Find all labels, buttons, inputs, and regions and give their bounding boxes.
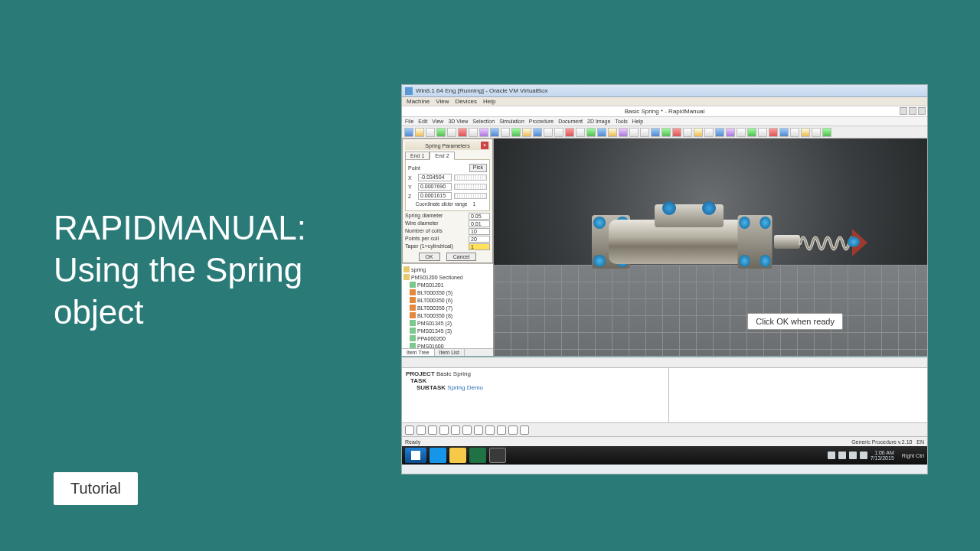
- tool-icon[interactable]: [436, 128, 446, 137]
- tool-icon[interactable]: [597, 128, 606, 137]
- windows-taskbar[interactable]: 1:06 AM7/13/2015 Right Ctrl: [402, 446, 927, 465]
- app-menubar[interactable]: File Edit View 3D View Selection Simulat…: [402, 117, 927, 126]
- tray-icon[interactable]: [849, 452, 857, 459]
- tool-icon[interactable]: [490, 128, 499, 137]
- loop-icon[interactable]: [485, 425, 495, 435]
- tool-icon[interactable]: [704, 128, 714, 137]
- tool-icon[interactable]: [608, 128, 617, 137]
- tree-item[interactable]: PMS01201: [417, 282, 444, 288]
- taskbar-app-icon[interactable]: [489, 448, 506, 463]
- tool-icon[interactable]: [779, 128, 789, 137]
- tool-icon[interactable]: [651, 128, 660, 137]
- tool-icon[interactable]: [426, 128, 435, 137]
- tree-item[interactable]: PMS01200 Sectioned: [411, 275, 463, 280]
- menu-view[interactable]: View: [432, 119, 443, 124]
- menu-help[interactable]: Help: [632, 119, 643, 124]
- tool-icon[interactable]: [619, 128, 628, 137]
- tree-item[interactable]: PMS01345 (3): [417, 328, 452, 334]
- y-slider[interactable]: [454, 184, 487, 190]
- tool-icon[interactable]: [404, 128, 413, 137]
- tool-icon[interactable]: [662, 128, 671, 137]
- tool-icon[interactable]: [447, 128, 456, 137]
- tool-icon[interactable]: [683, 128, 692, 137]
- tool-icon[interactable]: [501, 128, 510, 137]
- tree-item[interactable]: BLT000350 (7): [417, 305, 452, 311]
- tool-icon[interactable]: [790, 128, 799, 137]
- settings-icon[interactable]: [508, 425, 518, 435]
- play-icon[interactable]: [416, 425, 426, 435]
- menu-simulation[interactable]: Simulation: [499, 119, 524, 124]
- dialog-close-icon[interactable]: ×: [481, 142, 488, 149]
- tool-icon[interactable]: [672, 128, 681, 137]
- tool-icon[interactable]: [565, 128, 574, 137]
- tool-icon[interactable]: [586, 128, 596, 137]
- tree-item[interactable]: BLT000350 (6): [417, 298, 452, 303]
- z-slider[interactable]: [454, 193, 487, 199]
- z-input[interactable]: 0.0001615: [418, 192, 452, 200]
- minimize-button[interactable]: [900, 107, 907, 115]
- skip-fwd-icon[interactable]: [474, 425, 483, 435]
- pause-icon[interactable]: [428, 425, 437, 435]
- system-tray[interactable]: 1:06 AM7/13/2015 Right Ctrl: [828, 450, 924, 461]
- tool-icon[interactable]: [479, 128, 488, 137]
- tree-item[interactable]: PMS01345 (2): [417, 321, 452, 326]
- tool-icon[interactable]: [415, 128, 424, 137]
- tree-tab-tree[interactable]: Item Tree: [402, 349, 435, 356]
- tool-icon[interactable]: [769, 128, 778, 137]
- procedure-toolbar[interactable]: [402, 357, 927, 368]
- tool-icon[interactable]: [801, 128, 810, 137]
- y-input[interactable]: 0.0007690: [418, 183, 452, 191]
- tray-icon[interactable]: [860, 452, 867, 459]
- menu-tools[interactable]: Tools: [615, 119, 627, 124]
- tool-icon[interactable]: [747, 128, 756, 137]
- tool-icon[interactable]: [469, 128, 478, 137]
- param-input[interactable]: 10: [469, 228, 490, 235]
- taskbar-explorer-icon[interactable]: [449, 448, 466, 463]
- tool-icon[interactable]: [554, 128, 564, 137]
- param-input[interactable]: 0.05: [469, 213, 490, 220]
- x-input[interactable]: -0.034504: [418, 174, 452, 181]
- menu-file[interactable]: File: [405, 119, 413, 124]
- tool-icon[interactable]: [544, 128, 553, 137]
- x-slider[interactable]: [454, 174, 487, 181]
- tool-icon[interactable]: [737, 128, 746, 137]
- vm-menu-view[interactable]: View: [436, 98, 449, 105]
- tray-icon[interactable]: [828, 452, 835, 459]
- tree-item[interactable]: BLT000350 (8): [417, 313, 452, 318]
- tab-end1[interactable]: End 1: [405, 152, 430, 160]
- tool-icon[interactable]: [522, 128, 531, 137]
- menu-selection[interactable]: Selection: [472, 119, 495, 124]
- tool-icon[interactable]: [533, 128, 542, 137]
- tool-icon[interactable]: [726, 128, 735, 137]
- forward-icon[interactable]: [462, 425, 472, 435]
- tray-icon[interactable]: [838, 452, 846, 459]
- item-tree[interactable]: spring PMS01200 Sectioned PMS01201 BLT00…: [402, 263, 493, 348]
- param-input[interactable]: 0.01: [469, 220, 490, 227]
- menu-2dimage[interactable]: 2D Image: [587, 119, 610, 124]
- menu-edit[interactable]: Edit: [418, 119, 427, 124]
- tool-icon[interactable]: [576, 128, 585, 137]
- start-button[interactable]: [405, 448, 426, 463]
- vm-menu-devices[interactable]: Devices: [455, 98, 476, 105]
- vm-menubar[interactable]: Machine View Devices Help: [402, 97, 927, 106]
- param-input[interactable]: 20: [469, 236, 490, 243]
- export-icon[interactable]: [520, 425, 529, 435]
- menu-document[interactable]: Document: [558, 119, 583, 124]
- tree-item[interactable]: spring: [411, 267, 426, 272]
- tree-item[interactable]: BLT000350 (5): [417, 290, 452, 295]
- maximize-button[interactable]: [909, 107, 916, 115]
- tree-tab-list[interactable]: Item List: [435, 349, 465, 356]
- tool-icon[interactable]: [511, 128, 521, 137]
- transport-bar[interactable]: [402, 422, 927, 436]
- tool-icon[interactable]: [822, 128, 831, 137]
- taskbar-excel-icon[interactable]: [469, 448, 486, 463]
- taskbar-ie-icon[interactable]: [430, 448, 446, 463]
- skip-back-icon[interactable]: [439, 425, 449, 435]
- menu-3dview[interactable]: 3D View: [448, 119, 468, 124]
- menu-procedure[interactable]: Procedure: [529, 119, 554, 124]
- tab-end2[interactable]: End 2: [430, 152, 454, 160]
- vm-menu-machine[interactable]: Machine: [407, 98, 430, 105]
- rewind-icon[interactable]: [451, 425, 460, 435]
- tool-icon[interactable]: [629, 128, 639, 137]
- param-input-taper[interactable]: 1: [469, 243, 490, 250]
